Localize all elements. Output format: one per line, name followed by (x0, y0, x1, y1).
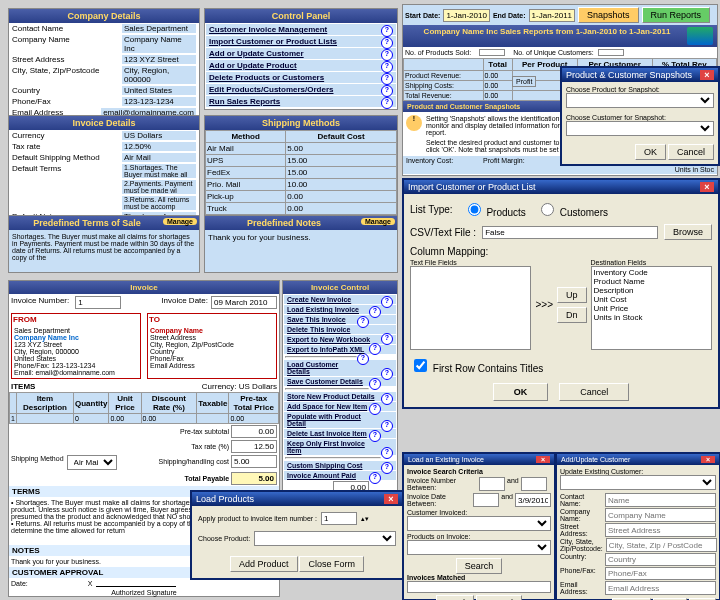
close-icon[interactable]: × (384, 494, 398, 504)
close-icon[interactable]: × (700, 182, 714, 192)
inv-control-link[interactable]: Keep Only First Invoice Item? (284, 439, 396, 455)
browse-button[interactable]: Browse (664, 224, 712, 240)
load-button[interactable]: Load (436, 595, 474, 600)
load-invoice-dialog: Load an Existing Invoice× Invoice Search… (402, 452, 556, 600)
help-icon[interactable]: ? (381, 85, 393, 97)
help-icon[interactable]: ? (369, 403, 381, 415)
manage-button[interactable]: Manage (163, 218, 197, 225)
inv-control-link[interactable]: Create New Invoice? (284, 295, 396, 304)
help-icon[interactable]: ? (369, 378, 381, 390)
help-icon[interactable]: ? (369, 306, 381, 318)
load-products-dialog: Load Products× Apply product to invoice … (190, 490, 404, 580)
close-icon[interactable]: × (700, 70, 714, 80)
cancel-button[interactable]: Cancel (559, 383, 629, 401)
file-input[interactable] (482, 226, 658, 239)
run-reports-button[interactable]: Run Reports (642, 7, 711, 23)
control-link[interactable]: Customer Invoice Management? (206, 24, 396, 35)
help-icon[interactable]: ? (381, 73, 393, 85)
predef-terms-panel: Predefined Terms of SaleManage Shortages… (8, 215, 200, 273)
snapshot-dialog: Product & Customer Snapshots× Choose Pro… (560, 66, 720, 166)
cust-snap-select[interactable] (566, 121, 714, 136)
close-icon[interactable]: × (536, 456, 550, 463)
snapshots-button[interactable]: Snapshots (578, 7, 639, 23)
existing-cust-select[interactable] (560, 475, 716, 490)
company-details-panel: Company Details Contact NameSales Depart… (8, 8, 200, 119)
ship-method-select[interactable]: Air Mail (67, 455, 117, 470)
dest-list[interactable]: Inventory CodeProduct NameDescriptionUni… (591, 266, 712, 350)
shipping-panel: Shipping Methods MethodDefault Cost Air … (204, 115, 398, 228)
search-button[interactable]: Search (456, 558, 503, 574)
spinner-icon[interactable]: ▴▾ (361, 515, 369, 523)
customers-radio[interactable]: Customers (536, 200, 608, 218)
ok-button[interactable]: OK (493, 383, 549, 401)
help-icon[interactable]: ? (369, 472, 381, 484)
help-icon[interactable]: ? (357, 353, 369, 365)
first-row-checkbox[interactable]: First Row Contains Titles (410, 356, 712, 375)
help-icon[interactable]: ? (381, 61, 393, 73)
company-details-header: Company Details (9, 9, 199, 23)
inv-control-link[interactable]: Delete Last Invoice Item? (284, 429, 396, 438)
help-icon[interactable]: ? (381, 333, 393, 345)
inv-control-link[interactable]: Load Customer Details? (284, 360, 396, 376)
up-button[interactable]: Up (557, 287, 587, 303)
help-icon[interactable]: ? (381, 447, 393, 459)
info-icon: ! (406, 115, 422, 131)
control-link[interactable]: Add or Update Product? (206, 60, 396, 71)
logo-icon (687, 27, 713, 45)
inv-control-link[interactable]: Save Customer Details? (284, 377, 396, 386)
source-list[interactable] (410, 266, 531, 350)
control-link[interactable]: Edit Products/Customers/Orders? (206, 84, 396, 95)
inv-control-link[interactable]: Delete This Invoice? (284, 325, 396, 334)
help-icon[interactable]: ? (369, 343, 381, 355)
inv-control-link[interactable]: Custom Shipping Cost? (284, 461, 396, 470)
inv-control-link[interactable]: Invoice Amount Paid? (284, 471, 396, 480)
help-icon[interactable]: ? (381, 296, 393, 308)
cancel-button[interactable]: Cancel (476, 595, 522, 600)
help-icon[interactable]: ? (381, 393, 393, 405)
prod-snap-select[interactable] (566, 93, 714, 108)
inv-control-link[interactable]: Store New Product Details? (284, 392, 396, 401)
manage-button[interactable]: Manage (361, 218, 395, 225)
inv-control-link[interactable]: Add Space for New Item? (284, 402, 396, 411)
down-button[interactable]: Dn (557, 307, 587, 323)
inv-control-link[interactable]: Save This Invoice? (284, 315, 396, 324)
control-link[interactable]: Run Sales Reports? (206, 96, 396, 107)
control-link[interactable]: Delete Products or Customers? (206, 72, 396, 83)
help-icon[interactable]: ? (381, 420, 393, 432)
help-icon[interactable]: ? (381, 368, 393, 380)
close-icon[interactable]: × (701, 456, 715, 463)
add-customer-dialog: Add/Update Customer× Update Existing Cus… (555, 452, 720, 600)
cancel-button[interactable]: Cancel (668, 144, 714, 160)
predef-notes-panel: Predefined NotesManage Thank you for you… (204, 215, 398, 273)
add-product-button[interactable]: Add Product (230, 556, 298, 572)
close-form-button[interactable]: Close Form (299, 556, 364, 572)
help-icon[interactable]: ? (381, 97, 393, 109)
products-radio[interactable]: Products (463, 200, 526, 218)
help-icon[interactable]: ? (381, 49, 393, 61)
control-panel: Control Panel Customer Invoice Managemen… (204, 8, 398, 110)
product-select[interactable] (254, 531, 396, 546)
import-dialog: Import Customer or Product List× List Ty… (402, 178, 720, 409)
help-icon[interactable]: ? (381, 37, 393, 49)
help-icon[interactable]: ? (357, 316, 369, 328)
help-icon[interactable]: ? (381, 462, 393, 474)
help-icon[interactable]: ? (381, 25, 393, 37)
inv-control-link[interactable]: Populate with Product Detail? (284, 412, 396, 428)
lbl: Contact Name (12, 24, 122, 33)
control-link[interactable]: Import Customer or Product Lists? (206, 36, 396, 47)
control-link[interactable]: Add or Update Customer? (206, 48, 396, 59)
help-icon[interactable]: ? (369, 430, 381, 442)
inv-control-link[interactable]: Export to New Workbook? (284, 335, 396, 344)
ok-button[interactable]: OK (635, 144, 666, 160)
inv-control-link[interactable]: Load Existing Invoice? (284, 305, 396, 314)
val[interactable]: Sales Department (122, 24, 196, 33)
item-num-input[interactable] (321, 512, 357, 525)
